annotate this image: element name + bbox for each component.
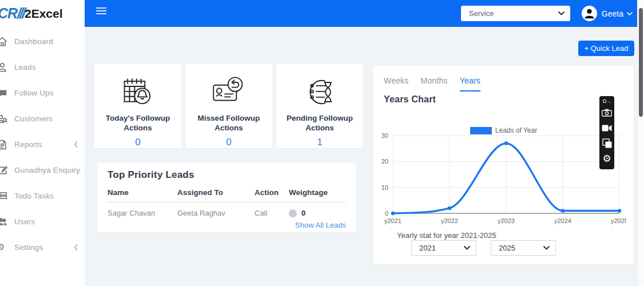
table-row: Sagar Chavan Geeta Raghav Call 0 (108, 209, 346, 217)
sidebar-item-label: Todo Tasks (14, 192, 78, 200)
sidebar-item-dashboard[interactable]: Dashboard (0, 29, 85, 54)
sidebar-item-label: Users (14, 217, 78, 226)
capture-extension-toolbar: ... ⚙ (599, 96, 614, 169)
followup-stat-cards: Today's Followup Actions 0 Missed Follow… (94, 64, 363, 148)
divider (108, 202, 346, 202)
card-title: Missed Followup Actions (185, 114, 272, 133)
card-value: 0 (135, 137, 140, 148)
chart-tabs: Weeks Months Years (384, 76, 480, 92)
table-header-row: Name Assigned To Action Weightage (108, 188, 346, 197)
sidebar-item-customers[interactable]: Customers (0, 106, 85, 132)
tab-months[interactable]: Months (421, 76, 448, 92)
report-file-icon (0, 140, 9, 150)
years-chart: y2021y2022y2023y2024y20250102030 (377, 130, 626, 232)
scrollbar-thumb[interactable] (639, 8, 643, 117)
svg-text:y2025: y2025 (611, 217, 626, 224)
chart-title: Years Chart (384, 94, 436, 105)
service-select[interactable]: Service (461, 6, 570, 21)
user-avatar[interactable] (582, 6, 597, 21)
card-value: 0 (226, 137, 231, 148)
sidebar-item-label: Gunadhya Enquiry (14, 166, 80, 174)
svg-text:y2021: y2021 (384, 217, 401, 224)
sidebar-item-label: Dashboard (14, 37, 78, 46)
chevron-left-icon (74, 141, 78, 148)
todo-list-icon (0, 191, 9, 201)
todays-followup-card: Today's Followup Actions 0 (94, 64, 181, 148)
topbar: Service Geeta (85, 0, 637, 27)
sidebar-item-gunadhya-enquiry[interactable]: Gunadhya Enquiry (0, 157, 85, 183)
chevron-down-icon (543, 246, 550, 250)
tab-years[interactable]: Years (460, 76, 480, 92)
sidebar-item-reports[interactable]: Reports (0, 132, 85, 157)
record-video-icon[interactable] (599, 120, 614, 136)
pending-followup-card: Pending Followup Actions 1 (276, 64, 363, 148)
svg-text:20: 20 (381, 158, 388, 165)
column-header: Assigned To (177, 188, 255, 197)
capture-settings-icon[interactable]: ⚙ (599, 151, 614, 166)
logo-suffix-text: 2Excel (25, 7, 63, 21)
year-from-value: 2021 (419, 244, 464, 252)
copy-capture-icon[interactable] (599, 136, 614, 151)
card-title: Pending Followup Actions (276, 114, 363, 133)
card-value: 1 (317, 137, 322, 148)
person-icon (583, 7, 596, 20)
sidebar-item-leads[interactable]: Leads (0, 54, 85, 80)
service-select-value: Service (469, 9, 558, 18)
page-scrollbar (637, 0, 644, 286)
idcard-return-icon (212, 74, 245, 109)
lead-action: Call (255, 209, 289, 217)
calendar-bell-icon (121, 74, 154, 109)
tab-weeks[interactable]: Weeks (384, 76, 409, 92)
home-icon (0, 37, 9, 47)
weightage-value: 0 (301, 209, 305, 217)
card-title: Today's Followup Actions (94, 114, 181, 133)
crm-dashboard-app: CR///2Excel Service Geeta (0, 0, 644, 286)
weightage-toggle[interactable] (289, 209, 297, 217)
list-hourglass-icon (303, 74, 336, 109)
year-to-select[interactable]: 2025 (491, 240, 556, 256)
hamburger-menu-icon[interactable] (96, 7, 106, 15)
lead-name: Sagar Chavan (108, 209, 177, 217)
svg-text:10: 10 (381, 184, 388, 191)
logo-crm-text: CR (0, 5, 17, 22)
sidebar-item-label: Leads (14, 63, 78, 72)
sidebar-item-label: Settings (14, 243, 74, 252)
customer-search-icon (0, 114, 9, 124)
lead-person-icon (0, 62, 9, 73)
yearly-stat-label: Yearly stat for year 2021-2025 (397, 231, 496, 240)
more-options-icon: ... (607, 99, 611, 104)
panel-title: Top Priority Leads (108, 169, 346, 181)
quick-lead-button[interactable]: + Quick Lead (578, 41, 634, 56)
sidebar-item-users[interactable]: Users (0, 209, 85, 235)
logo-slashes: /// (17, 5, 24, 22)
svg-text:0: 0 (385, 210, 388, 217)
show-all-leads-link[interactable]: Show All Leads (295, 221, 346, 229)
user-name[interactable]: Geeta (602, 9, 623, 18)
year-to-value: 2025 (499, 244, 543, 252)
sidebar-item-label: Follow Ups (14, 89, 78, 97)
sidebar-item-settings[interactable]: ⚙ Settings (0, 235, 85, 260)
svg-text:y2024: y2024 (554, 217, 571, 224)
lead-assigned-to: Geeta Raghav (177, 209, 255, 217)
users-icon (0, 217, 9, 227)
toolbar-header[interactable]: ... (603, 98, 611, 105)
missed-followup-card: Missed Followup Actions 0 (185, 64, 272, 148)
sidebar-item-label: Customers (14, 114, 78, 123)
years-chart-panel: Weeks Months Years Years Chart Leads of … (373, 66, 634, 264)
year-from-select[interactable]: 2021 (411, 240, 476, 256)
svg-text:y2023: y2023 (498, 217, 515, 224)
column-header: Action (255, 188, 289, 197)
capture-camera-icon[interactable] (599, 105, 614, 120)
column-header: Weightage (289, 188, 346, 197)
enquiry-edit-icon (0, 165, 9, 176)
chevron-down-icon (627, 12, 633, 15)
followup-chat-icon (0, 88, 9, 98)
sidebar-item-todo-tasks[interactable]: Todo Tasks (0, 183, 85, 209)
sidebar: Dashboard Leads Follow Ups Customers Rep… (0, 27, 85, 286)
sidebar-item-follow-ups[interactable]: Follow Ups (0, 80, 85, 106)
chevron-down-icon (558, 11, 565, 15)
brand-logo[interactable]: CR///2Excel (0, 0, 85, 27)
chevron-down-icon (464, 246, 470, 250)
column-header: Name (108, 188, 177, 197)
svg-text:30: 30 (381, 132, 388, 139)
